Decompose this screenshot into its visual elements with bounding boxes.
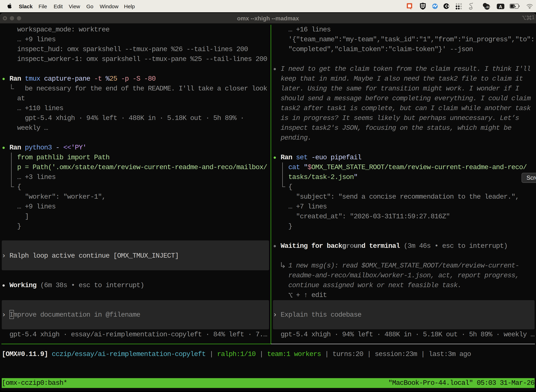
svg-text:A: A	[499, 4, 502, 9]
svg-text:..61: ..61	[485, 5, 490, 9]
